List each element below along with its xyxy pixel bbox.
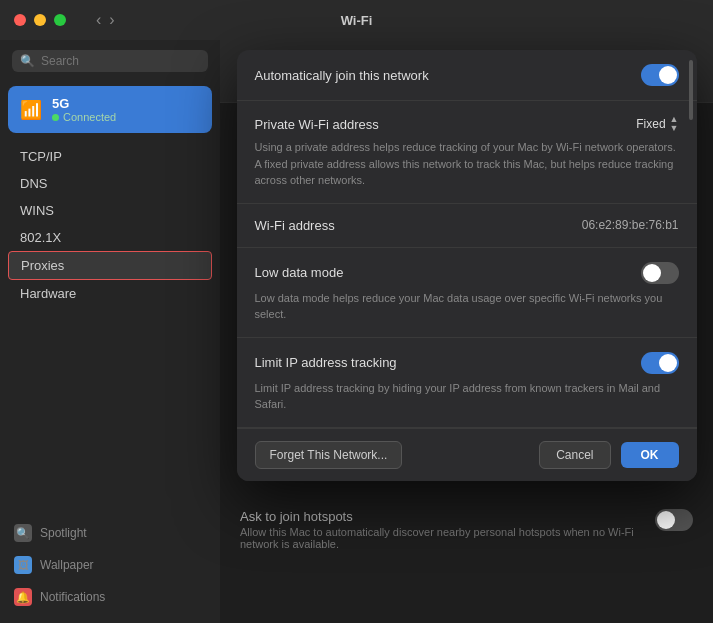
sidebar-bottom: 🔍 Spotlight 🖼 Wallpaper 🔔 Notifications xyxy=(0,517,220,623)
auto-join-toggle-thumb xyxy=(659,66,677,84)
wifi-address-row: Wi-Fi address 06:e2:89:be:76:b1 xyxy=(237,204,697,248)
sidebar-item-8021x[interactable]: 802.1X xyxy=(0,224,220,251)
notifications-icon: 🔔 xyxy=(14,588,32,606)
private-addr-header: Private Wi-Fi address Fixed ▲ ▼ xyxy=(255,115,679,133)
limit-ip-toggle-thumb xyxy=(659,354,677,372)
low-data-toggle-thumb xyxy=(643,264,661,282)
back-button[interactable]: ‹ xyxy=(94,11,103,29)
network-settings-modal: Automatically join this network Private … xyxy=(237,50,697,481)
limit-ip-label: Limit IP address tracking xyxy=(255,355,641,370)
title-bar: ‹ › Wi-Fi xyxy=(0,0,713,40)
network-card[interactable]: 📶 5G Connected xyxy=(8,86,212,133)
close-button[interactable] xyxy=(14,14,26,26)
sidebar-item-spotlight[interactable]: 🔍 Spotlight xyxy=(0,517,220,549)
auto-join-row: Automatically join this network xyxy=(237,50,697,101)
modal-overlay: Automatically join this network Private … xyxy=(220,40,713,623)
nav-arrows: ‹ › xyxy=(94,11,117,29)
limit-ip-header: Limit IP address tracking xyxy=(255,352,679,374)
low-data-toggle[interactable] xyxy=(641,262,679,284)
window-title: Wi-Fi xyxy=(341,13,373,28)
network-name: 5G xyxy=(52,96,116,111)
sidebar-item-hardware[interactable]: Hardware xyxy=(0,280,220,307)
auto-join-toggle-container xyxy=(641,64,679,86)
maximize-button[interactable] xyxy=(54,14,66,26)
limit-ip-desc: Limit IP address tracking by hiding your… xyxy=(255,380,679,413)
wifi-address-label: Wi-Fi address xyxy=(255,218,582,233)
private-addr-row: Private Wi-Fi address Fixed ▲ ▼ Using a … xyxy=(237,101,697,204)
sidebar-item-tcpip[interactable]: TCP/IP xyxy=(0,143,220,170)
modal-inner: Automatically join this network Private … xyxy=(237,50,697,428)
private-addr-picker[interactable]: Fixed ▲ ▼ xyxy=(636,115,678,133)
forward-button[interactable]: › xyxy=(107,11,116,29)
search-bar[interactable]: 🔍 xyxy=(12,50,208,72)
scroll-indicator xyxy=(689,60,693,120)
low-data-label: Low data mode xyxy=(255,265,641,280)
network-status: Connected xyxy=(52,111,116,123)
limit-ip-toggle[interactable] xyxy=(641,352,679,374)
picker-arrows-icon[interactable]: ▲ ▼ xyxy=(670,115,679,133)
low-data-row: Low data mode Low data mode helps reduce… xyxy=(237,248,697,338)
wifi-icon: 📶 xyxy=(20,99,42,121)
sidebar-nav: TCP/IP DNS WINS 802.1X Proxies Hardware xyxy=(0,137,220,313)
modal-footer: Forget This Network... Cancel OK xyxy=(237,428,697,481)
main-layout: 🔍 📶 5G Connected TCP/IP DNS WINS 802.1X … xyxy=(0,40,713,623)
content-area: 📶 Wi-Fi Set up Wi-Fi to wirelessly conne… xyxy=(220,40,713,623)
private-addr-label: Private Wi-Fi address xyxy=(255,117,637,132)
low-data-header: Low data mode xyxy=(255,262,679,284)
search-input[interactable] xyxy=(41,54,200,68)
cancel-button[interactable]: Cancel xyxy=(539,441,610,469)
search-icon: 🔍 xyxy=(20,54,35,68)
sidebar-item-proxies[interactable]: Proxies xyxy=(8,251,212,280)
sidebar-item-wins[interactable]: WINS xyxy=(0,197,220,224)
wifi-address-value: 06:e2:89:be:76:b1 xyxy=(582,218,679,232)
sidebar: 🔍 📶 5G Connected TCP/IP DNS WINS 802.1X … xyxy=(0,40,220,623)
ok-button[interactable]: OK xyxy=(621,442,679,468)
wallpaper-icon: 🖼 xyxy=(14,556,32,574)
forget-network-button[interactable]: Forget This Network... xyxy=(255,441,403,469)
private-addr-desc: Using a private address helps reduce tra… xyxy=(255,139,679,189)
status-dot xyxy=(52,114,59,121)
minimize-button[interactable] xyxy=(34,14,46,26)
spotlight-icon: 🔍 xyxy=(14,524,32,542)
auto-join-label: Automatically join this network xyxy=(255,68,641,83)
sidebar-item-notifications[interactable]: 🔔 Notifications xyxy=(0,581,220,613)
auto-join-toggle[interactable] xyxy=(641,64,679,86)
network-info: 5G Connected xyxy=(52,96,116,123)
low-data-desc: Low data mode helps reduce your Mac data… xyxy=(255,290,679,323)
limit-ip-row: Limit IP address tracking Limit IP addre… xyxy=(237,338,697,428)
sidebar-item-dns[interactable]: DNS xyxy=(0,170,220,197)
sidebar-item-wallpaper[interactable]: 🖼 Wallpaper xyxy=(0,549,220,581)
